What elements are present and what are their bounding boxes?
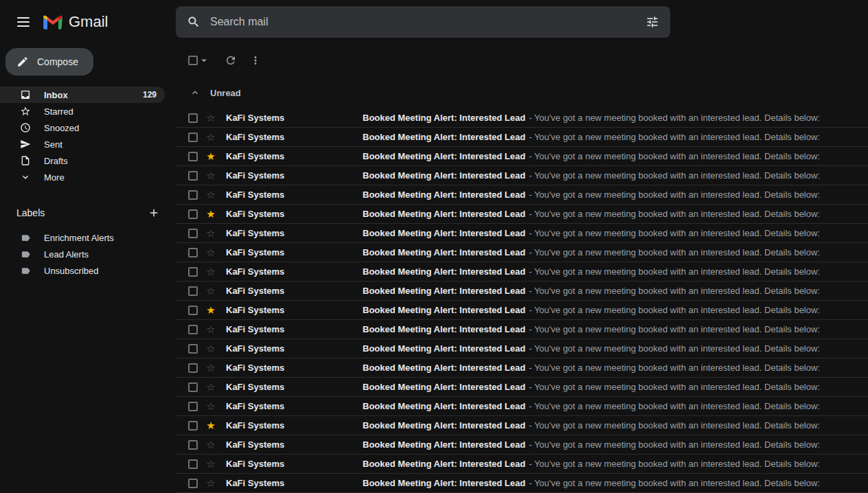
star-toggle[interactable] — [204, 113, 218, 123]
create-label-button[interactable] — [144, 203, 163, 222]
sidebar-item-sent[interactable]: Sent — [0, 136, 165, 152]
compose-button[interactable]: Compose — [5, 48, 93, 76]
email-row[interactable]: KaFi Systems Booked Meeting Alert: Inter… — [176, 108, 868, 128]
star-toggle[interactable] — [204, 439, 218, 450]
search-button[interactable] — [180, 8, 207, 36]
email-checkbox[interactable] — [188, 459, 198, 469]
email-checkbox[interactable] — [188, 479, 198, 488]
star-toggle[interactable] — [204, 228, 218, 238]
email-checkbox[interactable] — [188, 402, 198, 411]
email-row[interactable]: KaFi Systems Booked Meeting Alert: Inter… — [176, 282, 868, 301]
sidebar-item-starred[interactable]: Starred — [0, 103, 165, 119]
label-item-unsubscribed[interactable]: Unsubscribed — [0, 262, 176, 279]
email-subject: Booked Meeting Alert: Interested Lead — [363, 228, 525, 238]
star-toggle[interactable] — [204, 478, 218, 488]
star-toggle[interactable] — [204, 305, 218, 315]
sidebar-item-more[interactable]: More — [0, 169, 165, 185]
star-toggle[interactable] — [204, 324, 218, 334]
email-sender: KaFi Systems — [226, 324, 363, 334]
refresh-button[interactable] — [218, 48, 243, 73]
email-checkbox[interactable] — [188, 248, 198, 257]
email-subject: Booked Meeting Alert: Interested Lead — [363, 209, 525, 219]
email-sender: KaFi Systems — [226, 459, 363, 469]
email-row[interactable]: KaFi Systems Booked Meeting Alert: Inter… — [176, 435, 868, 455]
sidebar-item-label: Starred — [44, 106, 73, 117]
select-dropdown-icon[interactable] — [198, 54, 210, 67]
email-snippet: - You've got a new meeting booked with a… — [529, 266, 868, 277]
email-checkbox[interactable] — [188, 267, 198, 277]
star-toggle[interactable] — [204, 363, 218, 373]
collapse-section-button[interactable] — [190, 87, 201, 98]
email-row[interactable]: KaFi Systems Booked Meeting Alert: Inter… — [176, 339, 868, 358]
main-menu-button[interactable] — [8, 7, 38, 37]
more-options-button[interactable] — [243, 48, 268, 73]
star-toggle[interactable] — [204, 343, 218, 354]
star-toggle[interactable] — [204, 132, 218, 142]
email-sender: KaFi Systems — [226, 439, 363, 450]
topbar: Gmail — [0, 0, 868, 44]
search-options-button[interactable] — [639, 8, 666, 36]
email-sender: KaFi Systems — [226, 363, 363, 373]
email-row[interactable]: KaFi Systems Booked Meeting Alert: Inter… — [176, 455, 868, 474]
star-toggle[interactable] — [204, 151, 218, 161]
email-row[interactable]: KaFi Systems Booked Meeting Alert: Inter… — [176, 147, 868, 166]
email-row[interactable]: KaFi Systems Booked Meeting Alert: Inter… — [176, 320, 868, 339]
search-input[interactable] — [207, 16, 639, 28]
chevron-down-icon — [19, 171, 32, 183]
star-toggle[interactable] — [204, 209, 218, 219]
sidebar-item-inbox[interactable]: Inbox 129 — [0, 87, 165, 103]
sidebar-item-drafts[interactable]: Drafts — [0, 152, 165, 169]
email-row[interactable]: KaFi Systems Booked Meeting Alert: Inter… — [176, 262, 868, 282]
label-item-lead-alerts[interactable]: Lead Alerts — [0, 246, 176, 262]
email-subject: Booked Meeting Alert: Interested Lead — [363, 247, 525, 257]
email-row[interactable]: KaFi Systems Booked Meeting Alert: Inter… — [176, 416, 868, 435]
email-row[interactable]: KaFi Systems Booked Meeting Alert: Inter… — [176, 224, 868, 243]
star-toggle[interactable] — [204, 247, 218, 257]
gmail-logo[interactable]: Gmail — [38, 13, 108, 31]
email-subject: Booked Meeting Alert: Interested Lead — [363, 363, 525, 373]
select-all-checkbox[interactable] — [188, 56, 198, 65]
email-sender: KaFi Systems — [226, 247, 363, 257]
email-row[interactable]: KaFi Systems Booked Meeting Alert: Inter… — [176, 128, 868, 147]
email-row[interactable]: KaFi Systems Booked Meeting Alert: Inter… — [176, 397, 868, 416]
email-row[interactable]: KaFi Systems Booked Meeting Alert: Inter… — [176, 301, 868, 320]
email-checkbox[interactable] — [188, 171, 198, 181]
email-row[interactable]: KaFi Systems Booked Meeting Alert: Inter… — [176, 358, 868, 378]
email-checkbox[interactable] — [188, 113, 198, 123]
email-row[interactable]: KaFi Systems Booked Meeting Alert: Inter… — [176, 166, 868, 185]
email-checkbox[interactable] — [188, 344, 198, 354]
email-checkbox[interactable] — [188, 133, 198, 142]
email-checkbox[interactable] — [188, 325, 198, 334]
email-checkbox[interactable] — [188, 152, 198, 161]
label-tag-icon — [19, 231, 32, 244]
email-checkbox[interactable] — [188, 229, 198, 238]
sidebar-item-snoozed[interactable]: Snoozed — [0, 119, 165, 136]
email-row[interactable]: KaFi Systems Booked Meeting Alert: Inter… — [176, 205, 868, 224]
star-toggle[interactable] — [204, 286, 218, 296]
star-toggle[interactable] — [204, 382, 218, 392]
label-item-enrichment-alerts[interactable]: Enrichment Alerts — [0, 229, 176, 246]
chevron-up-icon — [190, 87, 201, 98]
email-checkbox[interactable] — [188, 382, 198, 392]
star-toggle[interactable] — [204, 401, 218, 411]
email-checkbox[interactable] — [188, 306, 198, 315]
email-checkbox[interactable] — [188, 209, 198, 219]
email-row[interactable]: KaFi Systems Booked Meeting Alert: Inter… — [176, 185, 868, 205]
email-checkbox[interactable] — [188, 190, 198, 200]
email-checkbox[interactable] — [188, 421, 198, 431]
email-subject: Booked Meeting Alert: Interested Lead — [363, 190, 525, 200]
email-snippet: - You've got a new meeting booked with a… — [529, 343, 868, 354]
star-toggle[interactable] — [204, 190, 218, 200]
sidebar-item-label: More — [44, 172, 65, 183]
email-sender: KaFi Systems — [226, 286, 363, 296]
star-toggle[interactable] — [204, 170, 218, 181]
email-checkbox[interactable] — [188, 363, 198, 373]
star-toggle[interactable] — [204, 420, 218, 431]
email-checkbox[interactable] — [188, 286, 198, 296]
email-row[interactable]: KaFi Systems Booked Meeting Alert: Inter… — [176, 378, 868, 397]
email-row[interactable]: KaFi Systems Booked Meeting Alert: Inter… — [176, 243, 868, 262]
star-toggle[interactable] — [204, 459, 218, 469]
email-checkbox[interactable] — [188, 440, 198, 450]
star-toggle[interactable] — [204, 266, 218, 277]
email-row[interactable]: KaFi Systems Booked Meeting Alert: Inter… — [176, 474, 868, 493]
